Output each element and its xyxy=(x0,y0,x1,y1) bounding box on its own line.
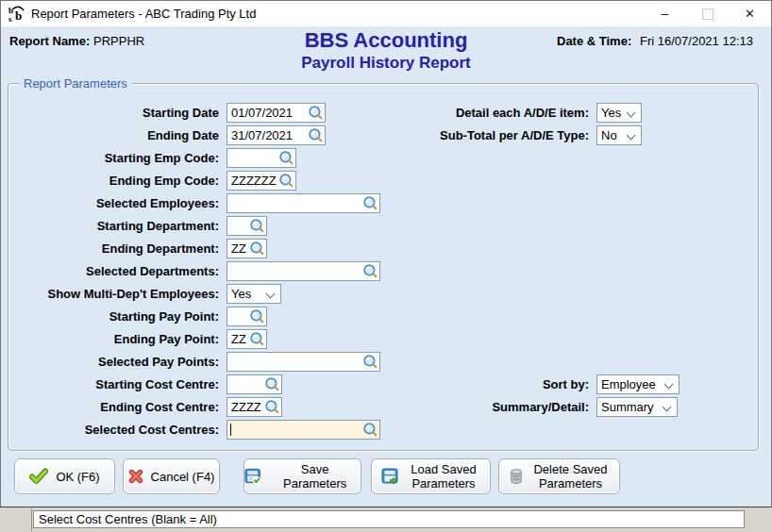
field-label: Starting Department: xyxy=(9,216,227,236)
load-saved-parameters-button[interactable]: Load Saved Parameters xyxy=(371,458,491,494)
save-parameters-button[interactable]: Save Parameters xyxy=(243,458,361,494)
sub-total-per-ade-type-row: Sub-Total per A/D/E Type: No xyxy=(396,125,642,145)
starting-pay-point-row: Starting Pay Point: xyxy=(9,307,267,326)
field-label: Ending Department: xyxy=(9,239,227,258)
field-label: Starting Emp Code: xyxy=(9,148,227,168)
magnifier-lookup-icon[interactable] xyxy=(278,173,294,189)
ending-emp-code-row: Ending Emp Code: ZZZZZZ xyxy=(9,171,296,191)
magnifier-lookup-icon[interactable] xyxy=(264,376,280,392)
field-label: Selected Departments: xyxy=(9,261,227,281)
magnifier-lookup-icon[interactable] xyxy=(264,399,280,415)
magnifier-lookup-icon[interactable] xyxy=(362,263,378,279)
red-x-icon xyxy=(128,469,143,484)
sort-by-select[interactable]: Employee xyxy=(596,374,680,394)
bbs-logo-icon: b s b xyxy=(8,5,26,24)
ending-department-row: Ending Department: ZZ xyxy=(9,239,267,258)
starting-cost-centre-row: Starting Cost Centre: xyxy=(9,374,282,394)
selected-employees-input[interactable] xyxy=(227,193,380,213)
maximize-button[interactable] xyxy=(686,1,729,26)
field-label: Selected Employees: xyxy=(9,193,227,213)
magnifier-lookup-icon[interactable] xyxy=(249,241,265,257)
ending-cost-centre-row: Ending Cost Centre: ZZZZ xyxy=(9,397,282,417)
sub-total-per-ade-type-select[interactable]: No xyxy=(596,125,642,145)
ok-button[interactable]: OK (F6) xyxy=(14,458,115,494)
sort-by-row: Sort by: Employee xyxy=(396,374,680,394)
field-label: Sub-Total per A/D/E Type: xyxy=(396,125,596,145)
magnifier-lookup-icon[interactable] xyxy=(278,150,294,166)
maximize-icon xyxy=(702,8,713,20)
save-disk-check-icon xyxy=(244,468,261,486)
starting-date-row: Starting Date 01/07/2021 xyxy=(9,103,326,123)
starting-pay-point-input[interactable] xyxy=(227,307,267,326)
starting-department-row: Starting Department: xyxy=(9,216,267,236)
field-label: Ending Emp Code: xyxy=(9,171,227,191)
field-label: Selected Pay Points: xyxy=(9,352,227,372)
summary-detail-row: Summary/Detail: Summary xyxy=(396,397,678,417)
magnifier-lookup-icon[interactable] xyxy=(308,105,324,121)
load-disk-arrow-icon xyxy=(381,468,399,486)
magnifier-lookup-icon[interactable] xyxy=(249,308,265,324)
magnifier-lookup-icon[interactable] xyxy=(362,354,378,370)
selected-cost-centres-input[interactable] xyxy=(227,420,380,440)
field-label: Sort by: xyxy=(396,374,596,394)
ending-department-input[interactable]: ZZ xyxy=(227,239,267,258)
detail-each-ade-item-select[interactable]: Yes xyxy=(596,103,642,123)
starting-emp-code-input[interactable] xyxy=(227,148,296,168)
field-label: Ending Cost Centre: xyxy=(9,397,227,417)
show-multi-dept-row: Show Multi-Dep't Employees: Yes xyxy=(9,284,281,304)
green-check-icon xyxy=(29,468,48,485)
selected-pay-points-row: Selected Pay Points: xyxy=(9,352,380,372)
magnifier-lookup-icon[interactable] xyxy=(308,127,324,143)
status-message-panel: Select Cost Centres (Blank = All) xyxy=(33,510,745,528)
selected-departments-input[interactable] xyxy=(227,261,380,281)
selected-departments-row: Selected Departments: xyxy=(9,261,380,281)
delete-saved-parameters-button[interactable]: Delete Saved Parameters xyxy=(498,458,620,494)
show-multi-dept-employees-select[interactable]: Yes xyxy=(227,284,281,304)
cancel-button[interactable]: Cancel (F4) xyxy=(123,458,220,494)
window-title: Report Parameters - ABC Trading Pty Ltd xyxy=(31,1,256,26)
ending-date-row: Ending Date 31/07/2021 xyxy=(9,125,326,145)
starting-emp-code-row: Starting Emp Code: xyxy=(9,148,296,168)
magnifier-lookup-icon[interactable] xyxy=(249,331,265,347)
starting-date-input[interactable]: 01/07/2021 xyxy=(227,103,326,123)
summary-detail-select[interactable]: Summary xyxy=(596,397,678,417)
magnifier-lookup-icon[interactable] xyxy=(249,218,265,234)
detail-each-ade-item-row: Detail each A/D/E item: Yes xyxy=(396,103,642,123)
datetime-value: Fri 16/07/2021 12:13 xyxy=(640,34,753,48)
datetime-label: Date & Time: xyxy=(557,34,631,48)
field-label: Detail each A/D/E item: xyxy=(396,103,596,123)
ending-pay-point-row: Ending Pay Point: ZZ xyxy=(9,329,267,349)
selected-employees-row: Selected Employees: xyxy=(9,193,380,213)
ending-pay-point-input[interactable]: ZZ xyxy=(227,329,267,349)
field-label: Ending Pay Point: xyxy=(9,329,227,349)
starting-cost-centre-input[interactable] xyxy=(227,374,282,394)
field-label: Starting Cost Centre: xyxy=(9,374,227,394)
field-label: Starting Date xyxy=(9,103,227,123)
title-bar: b s b Report Parameters - ABC Trading Pt… xyxy=(1,1,771,27)
svg-text:s: s xyxy=(8,14,12,24)
trash-bin-icon xyxy=(509,468,524,486)
magnifier-lookup-icon[interactable] xyxy=(362,195,378,211)
field-label: Starting Pay Point: xyxy=(9,307,227,326)
status-message: Select Cost Centres (Blank = All) xyxy=(34,511,744,527)
field-label: Ending Date xyxy=(9,125,227,145)
selected-cost-centres-row: Selected Cost Centres: xyxy=(9,420,380,440)
report-parameters-window: b s b Report Parameters - ABC Trading Pt… xyxy=(0,0,772,532)
field-label: Summary/Detail: xyxy=(396,397,596,417)
status-bar: Select Cost Centres (Blank = All) xyxy=(0,507,772,532)
ending-emp-code-input[interactable]: ZZZZZZ xyxy=(227,171,296,191)
field-label: Show Multi-Dep't Employees: xyxy=(9,284,227,304)
close-button[interactable]: ✕ xyxy=(729,1,771,26)
starting-department-input[interactable] xyxy=(227,216,267,236)
magnifier-lookup-icon[interactable] xyxy=(362,422,378,438)
ending-date-input[interactable]: 31/07/2021 xyxy=(227,125,326,145)
minimize-button[interactable]: – xyxy=(644,1,686,26)
ending-cost-centre-input[interactable]: ZZZZ xyxy=(227,397,282,417)
field-label: Selected Cost Centres: xyxy=(9,420,227,440)
groupbox-legend: Report Parameters xyxy=(19,76,132,91)
svg-text:b: b xyxy=(15,8,22,23)
text-caret xyxy=(230,424,231,436)
selected-pay-points-input[interactable] xyxy=(227,352,380,372)
page-title: Payroll History Report xyxy=(0,54,772,73)
status-bar-left-cell xyxy=(0,508,32,531)
